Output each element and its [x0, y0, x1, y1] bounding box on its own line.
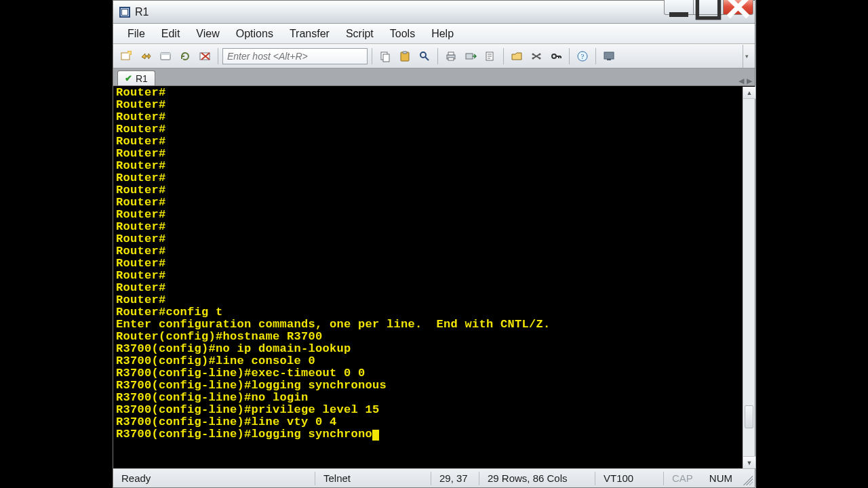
svg-rect-0	[669, 12, 688, 17]
status-ready: Ready	[113, 472, 315, 484]
disconnect-button[interactable]	[196, 47, 214, 65]
scroll-thumb[interactable]	[745, 405, 753, 428]
svg-text:?: ?	[581, 52, 585, 60]
terminal[interactable]: Router# Router# Router# Router# Router# …	[113, 87, 743, 468]
status-protocol: Telnet	[315, 472, 431, 484]
help-button[interactable]: ?	[574, 47, 591, 65]
status-cursor-pos: 29, 37	[431, 472, 479, 484]
svg-rect-15	[466, 54, 473, 59]
terminal-cursor	[372, 430, 379, 441]
svg-point-19	[532, 57, 534, 59]
menubar: File Edit View Options Transfer Script T…	[113, 24, 755, 44]
scroll-down-button[interactable]: ▼	[743, 456, 755, 468]
svg-rect-25	[607, 59, 611, 60]
copy-button[interactable]	[376, 47, 394, 65]
minimize-button[interactable]	[664, 0, 694, 15]
new-session-button[interactable]	[117, 47, 135, 65]
tab-label: R1	[136, 73, 148, 84]
print-button[interactable]	[442, 47, 460, 65]
key-button[interactable]	[547, 47, 565, 65]
find-button[interactable]	[416, 47, 433, 65]
screen-button[interactable]	[600, 47, 618, 65]
resize-grip[interactable]	[741, 473, 753, 485]
session-tab[interactable]: ✔ R1	[117, 70, 155, 85]
status-cap: CAP	[664, 472, 701, 484]
close-button[interactable]	[724, 0, 753, 15]
svg-point-11	[420, 52, 426, 58]
desktop-background-right	[756, 0, 868, 488]
svg-point-21	[552, 54, 556, 58]
quick-connect-button[interactable]	[137, 47, 155, 65]
svg-point-3	[128, 52, 131, 54]
menu-transfer[interactable]: Transfer	[282, 26, 337, 42]
tabstrip: ✔ R1 ◀ ▶	[113, 68, 755, 86]
connect-tab-button[interactable]	[157, 47, 174, 65]
connected-icon: ✔	[125, 73, 132, 83]
scrollbar[interactable]: ▲ ▼	[743, 87, 755, 468]
svg-rect-13	[448, 52, 454, 55]
toolbar: ? ▾	[113, 44, 755, 68]
svg-point-17	[532, 53, 534, 55]
status-dimensions: 29 Rows, 86 Cols	[479, 472, 595, 484]
svg-rect-10	[403, 52, 407, 54]
menu-tools[interactable]: Tools	[382, 26, 422, 42]
app-window: R1 File Edit View Options Transfer Scrip…	[113, 0, 755, 488]
maximize-button[interactable]	[694, 0, 724, 15]
settings-button[interactable]	[528, 47, 545, 65]
send-button[interactable]	[462, 47, 479, 65]
paste-button[interactable]	[396, 47, 414, 65]
svg-rect-24	[604, 52, 614, 59]
menu-view[interactable]: View	[189, 26, 226, 42]
svg-rect-1	[697, 0, 719, 18]
terminal-area: Router# Router# Router# Router# Router# …	[113, 86, 755, 468]
scroll-up-button[interactable]: ▲	[743, 87, 755, 99]
window-title: R1	[135, 6, 149, 18]
reconnect-button[interactable]	[176, 47, 194, 65]
host-input[interactable]	[222, 48, 368, 64]
menu-script[interactable]: Script	[338, 26, 381, 42]
menu-edit[interactable]: Edit	[154, 26, 188, 42]
svg-rect-14	[448, 58, 454, 60]
svg-point-20	[539, 57, 541, 59]
toolbar-overflow-button[interactable]: ▾	[743, 45, 751, 68]
svg-rect-8	[383, 54, 389, 62]
svg-rect-2	[121, 53, 130, 60]
titlebar[interactable]: R1	[113, 1, 755, 24]
svg-rect-5	[161, 53, 170, 55]
status-term-type: VT100	[595, 472, 663, 484]
statusbar: Ready Telnet 29, 37 29 Rows, 86 Cols VT1…	[113, 468, 755, 487]
log-button[interactable]	[481, 47, 499, 65]
menu-file[interactable]: File	[120, 26, 153, 42]
tab-next-button[interactable]: ▶	[747, 77, 752, 85]
menu-help[interactable]: Help	[424, 26, 461, 42]
app-icon	[119, 6, 131, 18]
menu-options[interactable]: Options	[229, 26, 281, 42]
tab-prev-button[interactable]: ◀	[738, 77, 744, 85]
svg-point-18	[539, 53, 541, 55]
status-num: NUM	[701, 472, 741, 484]
open-folder-button[interactable]	[508, 47, 526, 65]
